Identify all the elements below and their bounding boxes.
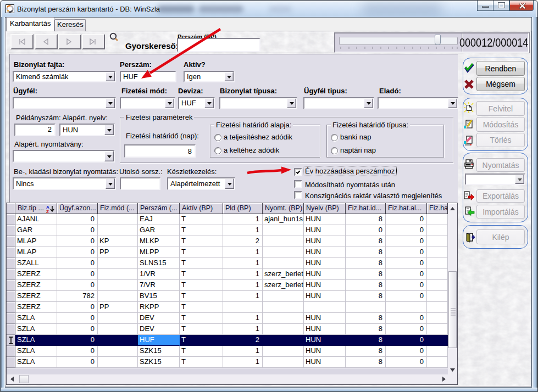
svg-text:Z: Z xyxy=(46,209,49,213)
